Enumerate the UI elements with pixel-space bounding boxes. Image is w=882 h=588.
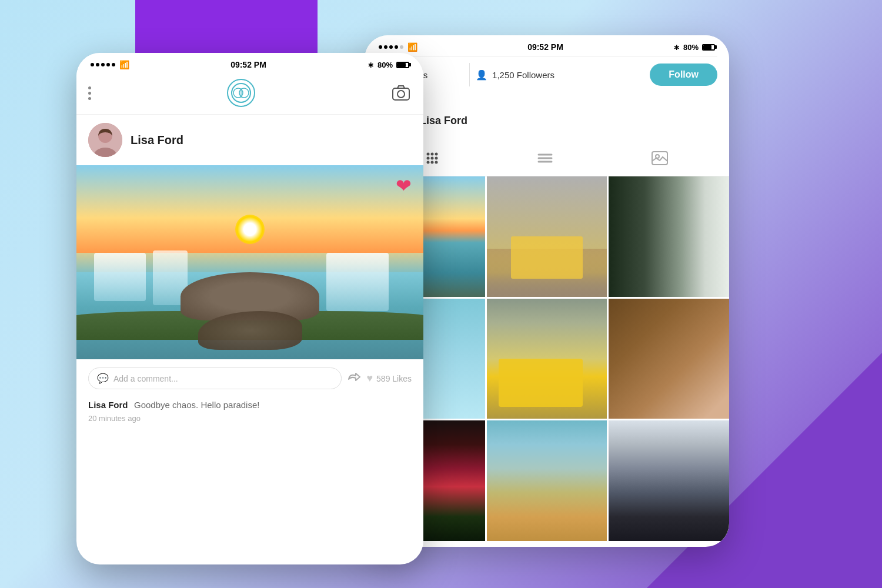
grid-cell-6[interactable] <box>609 299 729 419</box>
battery-icon <box>702 44 715 51</box>
sun <box>235 215 265 244</box>
share-icon-svg <box>348 371 360 383</box>
back-user-row: Lisa Ford <box>376 95 717 144</box>
app-logo[interactable] <box>227 79 255 107</box>
caption-area: Lisa Ford Goodbye chaos. Hello paradise!… <box>76 397 423 426</box>
user-header: Lisa Ford <box>76 115 423 165</box>
sky-layer <box>76 165 423 253</box>
front-status-bar: 📶 09:52 PM ∗ 80% <box>76 53 423 74</box>
photo-frame-icon <box>652 151 668 165</box>
post-time: 20 minutes ago <box>88 414 412 423</box>
front-wifi-icon: 📶 <box>119 60 129 69</box>
stat-divider <box>469 63 470 86</box>
waterfall-scene <box>76 165 423 359</box>
menu-dots[interactable] <box>88 86 91 100</box>
svg-point-8 <box>435 157 438 160</box>
waterfall-3 <box>326 253 389 311</box>
front-bluetooth-icon: ∗ <box>368 61 374 69</box>
grid-cell-9[interactable] <box>609 420 729 541</box>
back-status-bar: 📶 09:52 PM ∗ 80% <box>365 35 729 56</box>
share-button[interactable] <box>348 371 360 386</box>
logo-svg <box>230 82 252 103</box>
menu-dot-1 <box>88 86 91 89</box>
camera-icon <box>392 85 410 101</box>
follow-button[interactable]: Follow <box>650 64 717 86</box>
comment-input-wrap[interactable]: 💬 Add a comment... <box>88 368 342 389</box>
signal-indicator: 📶 <box>379 42 417 52</box>
back-battery-percent: 80% <box>683 43 699 52</box>
svg-point-6 <box>427 157 430 160</box>
svg-point-22 <box>397 91 405 98</box>
person-icon: 👤 <box>476 69 487 81</box>
comment-placeholder: Add a comment... <box>113 374 178 383</box>
post-heart-liked[interactable]: ❤ <box>396 175 412 197</box>
svg-rect-15 <box>652 152 667 165</box>
svg-point-19 <box>239 88 249 98</box>
caption-text: Goodbye chaos. Hello paradise! <box>134 400 259 410</box>
svg-point-9 <box>427 161 430 164</box>
grid-cell-5[interactable] <box>487 299 607 419</box>
back-right-icons: ∗ 80% <box>673 43 715 52</box>
back-time: 09:52 PM <box>527 42 563 52</box>
app-navbar <box>76 74 423 115</box>
bluetooth-icon: ∗ <box>673 43 680 52</box>
caption-line: Lisa Ford Goodbye chaos. Hello paradise! <box>88 400 412 410</box>
camera-button[interactable] <box>390 82 412 103</box>
caption-username: Lisa Ford <box>88 400 128 410</box>
svg-point-10 <box>431 161 434 164</box>
menu-dot-3 <box>88 97 91 100</box>
user-name: Lisa Ford <box>131 133 183 147</box>
front-battery-icon <box>396 62 409 68</box>
svg-point-4 <box>431 153 434 156</box>
grid-tab-icon[interactable] <box>426 152 439 168</box>
front-right-icons: ∗ 80% <box>368 61 409 69</box>
grid-cell-3[interactable] <box>609 176 729 297</box>
svg-point-7 <box>431 157 434 160</box>
comment-bubble-icon: 💬 <box>97 373 109 384</box>
followers-count: 1,250 Followers <box>492 70 554 80</box>
back-user-name: Lisa Ford <box>420 115 467 127</box>
likes-count-text: 589 Likes <box>376 374 412 383</box>
avatar-img-svg <box>88 123 122 157</box>
heart-outline-icon: ♥ <box>366 372 373 385</box>
followers-stat: 👤 1,250 Followers <box>476 69 563 81</box>
like-count-wrap[interactable]: ♥ 589 Likes <box>366 372 412 385</box>
grid-cell-2[interactable] <box>487 176 607 297</box>
list-lines-icon <box>537 152 553 164</box>
post-image: ❤ <box>76 165 423 359</box>
svg-point-5 <box>435 153 438 156</box>
menu-dot-2 <box>88 92 91 95</box>
svg-point-3 <box>427 153 430 156</box>
wifi-icon: 📶 <box>407 42 417 52</box>
front-phone: 📶 09:52 PM ∗ 80% <box>76 53 423 564</box>
front-signal: 📶 <box>91 60 129 69</box>
svg-point-18 <box>233 88 243 98</box>
front-battery-percent: 80% <box>377 61 393 69</box>
comment-bar: 💬 Add a comment... ♥ 589 Likes <box>76 359 423 397</box>
photo-tab-icon[interactable] <box>652 151 668 169</box>
svg-point-11 <box>435 161 438 164</box>
grid-dots-icon <box>426 152 439 165</box>
user-avatar[interactable] <box>88 123 122 157</box>
waterfall-1 <box>94 253 146 302</box>
front-time: 09:52 PM <box>230 60 266 69</box>
list-tab-icon[interactable] <box>537 152 553 168</box>
stats-row: ❤ 589 Likes 👤 1,250 Followers Follow <box>376 56 717 95</box>
grid-cell-8[interactable] <box>487 420 607 541</box>
